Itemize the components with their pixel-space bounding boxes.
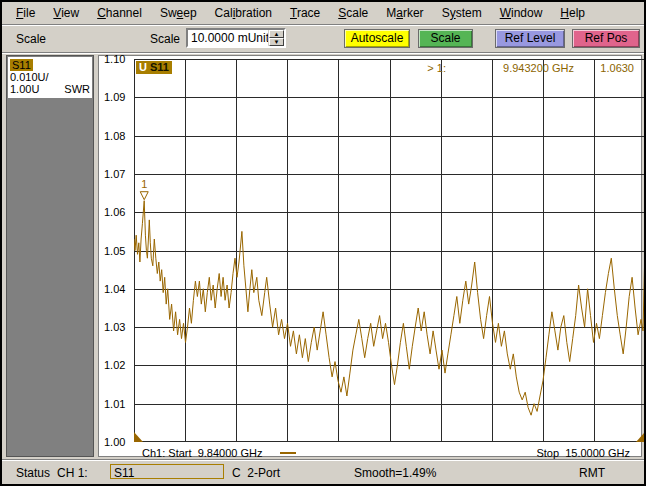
menu-scale[interactable]: Scale bbox=[329, 4, 377, 22]
spinner-up-icon[interactable]: ▲ bbox=[269, 30, 284, 38]
menu-marker[interactable]: Marker bbox=[377, 4, 432, 22]
y-tick-label: 1.08 bbox=[104, 130, 125, 142]
scale-toolbar: Scale Scale 10.0000 mUnits ▲ ▼ Autoscale… bbox=[2, 25, 644, 53]
menu-help[interactable]: Help bbox=[551, 4, 594, 22]
scale-value-text[interactable]: 10.0000 mUnits bbox=[188, 30, 268, 46]
toolbar-panel-title: Scale bbox=[16, 32, 46, 46]
menu-view[interactable]: View bbox=[44, 4, 88, 22]
channel-label: CH 1: bbox=[57, 466, 88, 480]
marker-number-readout: > 1: bbox=[427, 62, 446, 74]
measurement-box: S11 bbox=[110, 464, 224, 479]
remote-status-label: RMT bbox=[579, 466, 605, 480]
menu-trace[interactable]: Trace bbox=[281, 4, 329, 22]
plot-panel: 1.101.091.081.071.061.051.041.031.021.01… bbox=[98, 55, 642, 457]
status-label: Status bbox=[16, 466, 50, 480]
scale-button[interactable]: Scale bbox=[418, 29, 473, 48]
channel-start-label: Ch1: Start 9.84000 GHz bbox=[142, 447, 262, 459]
trace-format: SWR bbox=[64, 83, 90, 95]
trace-info-box[interactable]: S11 0.010U/ 1.00U SWR bbox=[8, 57, 92, 98]
vna-application-window: FileViewChannelSweepCalibrationTraceScal… bbox=[0, 0, 646, 486]
ref-pos-button[interactable]: Ref Pos bbox=[572, 29, 640, 48]
y-axis-labels: 1.101.091.081.071.061.051.041.031.021.01… bbox=[99, 59, 133, 442]
marker-number-label: 1 bbox=[141, 178, 147, 190]
trace-ref-value: 1.00U bbox=[10, 83, 39, 95]
trace-name: S11 bbox=[150, 61, 169, 73]
trace-label-badge[interactable]: U S11 bbox=[136, 61, 172, 74]
scale-value-input[interactable]: 10.0000 mUnits ▲ ▼ bbox=[186, 28, 286, 48]
marker-triangle-icon[interactable] bbox=[140, 192, 148, 200]
swr-trace-chart: 1 bbox=[134, 59, 645, 442]
menu-bar: FileViewChannelSweepCalibrationTraceScal… bbox=[2, 2, 644, 25]
main-area: S11 0.010U/ 1.00U SWR 1.101.091.081.071.… bbox=[2, 53, 644, 459]
ref-level-button[interactable]: Ref Level bbox=[495, 29, 565, 48]
sweep-range-footer: Ch1: Start 9.84000 GHz Stop 15.0000 GHz bbox=[134, 445, 636, 460]
menu-sweep[interactable]: Sweep bbox=[151, 4, 206, 22]
trace-status-sidebar: S11 0.010U/ 1.00U SWR bbox=[6, 55, 94, 457]
scale-spinner: ▲ ▼ bbox=[268, 30, 284, 46]
marker-value-readout: 1.0630 bbox=[600, 62, 634, 74]
y-tick-label: 1.05 bbox=[104, 245, 125, 257]
trace-color-key bbox=[280, 452, 296, 454]
y-tick-label: 1.02 bbox=[104, 359, 125, 371]
y-tick-label: 1.00 bbox=[104, 436, 125, 448]
cal-status-label: C 2-Port bbox=[232, 466, 280, 480]
marker-frequency-readout: 9.943200 GHz bbox=[503, 62, 574, 74]
menu-file[interactable]: File bbox=[7, 4, 44, 22]
menu-channel[interactable]: Channel bbox=[88, 4, 151, 22]
scale-field-label: Scale bbox=[150, 32, 180, 46]
smoothing-label: Smooth=1.49% bbox=[354, 466, 436, 480]
menu-calibration[interactable]: Calibration bbox=[206, 4, 281, 22]
y-tick-label: 1.03 bbox=[104, 321, 125, 333]
y-tick-label: 1.07 bbox=[104, 168, 125, 180]
channel-corner-wedge-icon bbox=[636, 432, 645, 442]
graticule-area: 1 bbox=[134, 59, 645, 442]
autoscale-button[interactable]: Autoscale bbox=[344, 29, 410, 48]
trace-format-letter: U bbox=[139, 61, 147, 73]
y-tick-label: 1.01 bbox=[104, 398, 125, 410]
menu-window[interactable]: Window bbox=[491, 4, 552, 22]
trace-scale-per-div: 0.010U/ bbox=[10, 71, 90, 83]
channel-corner-wedge-icon bbox=[134, 432, 143, 442]
spinner-down-icon[interactable]: ▼ bbox=[269, 38, 284, 46]
y-tick-label: 1.06 bbox=[104, 206, 125, 218]
stop-frequency-label: Stop 15.0000 GHz bbox=[536, 447, 630, 459]
menu-system[interactable]: System bbox=[433, 4, 491, 22]
y-tick-label: 1.09 bbox=[104, 91, 125, 103]
y-tick-label: 1.04 bbox=[104, 283, 125, 295]
active-trace-chip[interactable]: S11 bbox=[10, 59, 33, 71]
y-tick-label: 1.10 bbox=[104, 53, 125, 65]
status-bar: Status CH 1: S11 C 2-Port Smooth=1.49% R… bbox=[2, 459, 644, 484]
